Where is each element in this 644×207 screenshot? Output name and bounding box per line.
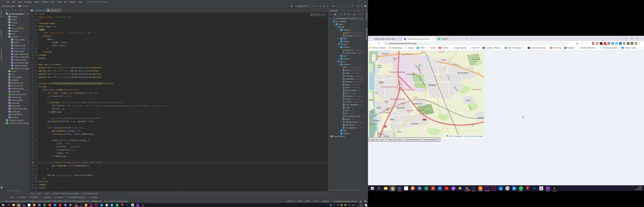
stripe-project[interactable]: ▤Project: [0, 10, 2, 18]
share-icon[interactable]: ↗: [581, 42, 583, 44]
taskbar-datagrip[interactable]: DG: [94, 203, 99, 207]
breadcrumb-item[interactable]: body: [37, 192, 41, 194]
project-tree-item[interactable]: PHPhandler.php: [3, 96, 29, 98]
taskbar-icons8[interactable]: [68, 203, 73, 207]
project-tree-item[interactable]: PHPdashboard.php: [3, 87, 29, 90]
menu-git[interactable]: Git: [63, 1, 68, 3]
taskbar-spotify[interactable]: ♪: [114, 203, 120, 207]
taskbar-photoshop[interactable]: Ps: [125, 203, 130, 207]
bookmark-item[interactable]: ▶YouTube: [439, 47, 448, 49]
db-tree-item[interactable]: ▾columns2: [328, 46, 365, 49]
leaflet-link[interactable]: Leaflet: [449, 135, 454, 137]
db-settings-icon[interactable]: ⚙: [358, 9, 359, 12]
db-jump-icon[interactable]: ➚: [361, 13, 363, 16]
project-tree-item[interactable]: Hfull-calendar.html: [3, 93, 29, 96]
expand-icon[interactable]: ⌖: [9, 9, 10, 11]
project-tree-item[interactable]: PHPhead.inc.php: [3, 47, 29, 50]
taskbar-remotedesk[interactable]: ▣: [109, 203, 114, 207]
menu-view[interactable]: View: [16, 1, 23, 3]
page-button-load-preferences[interactable]: #load-preferences: [422, 138, 440, 142]
menu-code[interactable]: Code: [33, 1, 40, 3]
taskbar-clickup[interactable]: ^: [403, 185, 410, 191]
taskbar-perfmon[interactable]: ▲: [130, 203, 135, 207]
settings-icon[interactable]: ⚙: [361, 5, 363, 7]
breadcrumb-item[interactable]: callback for $(document).ready(): [52, 192, 79, 194]
extension-icon[interactable]: ▲: [611, 42, 614, 45]
taskbar-word[interactable]: W: [37, 203, 42, 207]
db-collapse-icon[interactable]: ∓: [354, 9, 356, 12]
db-edit-icon[interactable]: ✎: [357, 13, 359, 16]
editor-tab-test-php[interactable]: PHPtest.php✕: [46, 8, 62, 12]
taskbar-filezilla[interactable]: Fz: [58, 203, 63, 207]
project-tree-item[interactable]: PHPlogin-scripts.inc.p: [3, 52, 29, 56]
taskbar-supremo[interactable]: S: [120, 203, 125, 207]
db-tree-item[interactable]: ▾columns2: [328, 28, 365, 32]
browser-tab[interactable]: Slocalhost/thuishulp-admin/test.p✕: [402, 37, 436, 41]
db-add-icon[interactable]: ＋: [330, 13, 332, 16]
project-tree-item[interactable]: .env: [3, 73, 29, 76]
status-php[interactable]: PHP: 8.1: [287, 200, 294, 202]
extension-icon[interactable]: ▣: [631, 42, 633, 45]
taskbar-mattermost[interactable]: ◯: [21, 203, 26, 207]
taskbar-icons8[interactable]: [457, 185, 464, 191]
breadcrumb-item[interactable]: script: [44, 192, 49, 194]
project-tree-item[interactable]: ▸functions: [3, 30, 29, 32]
db-tree-item[interactable]: ▸keys2: [328, 129, 365, 132]
locate-file-icon[interactable]: ▣: [6, 9, 7, 11]
bookmark-item[interactable]: Sfiveguard: [564, 47, 574, 49]
db-tree-item[interactable]: tFA_security_codevarch: [328, 115, 365, 118]
bookmark-item[interactable]: ⚳To All Aspiring Staff...: [600, 47, 618, 49]
db-tree-item[interactable]: firstnamevarchar(255): [328, 74, 365, 78]
project-tree-item[interactable]: PHPsidebar.inc.php: [3, 64, 29, 67]
taskbar-powerpoint[interactable]: P: [47, 203, 52, 207]
project-tree-item[interactable]: ▾thuishulp-adminE:\xam: [3, 12, 29, 15]
taskbar-word[interactable]: W: [416, 185, 423, 191]
db-tree-item[interactable]: user_authorizedint = 0: [328, 103, 365, 106]
bookmark-item[interactable]: ▲Beroeps Ambulanc...: [578, 47, 596, 49]
profiler-icon[interactable]: ◉: [324, 5, 325, 7]
project-tree-item[interactable]: ▸documentation: [3, 27, 29, 30]
taskbar-firefox[interactable]: [410, 185, 416, 191]
db-tree-item[interactable]: ▾columns22: [328, 63, 365, 66]
taskbar-steam[interactable]: ϟ: [78, 203, 84, 207]
db-tree-item[interactable]: ▾users: [328, 60, 365, 63]
db-disconnect-icon[interactable]: ⛁: [348, 13, 349, 16]
db-tree-item[interactable]: ▸keys2: [328, 54, 365, 57]
db-tree-item[interactable]: authorized_datevarcha: [328, 120, 365, 124]
project-tree-item[interactable]: External Libraries: [3, 119, 29, 122]
panel-settings-icon[interactable]: ⚙: [20, 9, 22, 11]
taskbar-mattermost[interactable]: ◯: [396, 185, 403, 191]
taskbar-vscode[interactable]: ◢: [497, 185, 504, 191]
db-table-icon[interactable]: ▦: [353, 13, 355, 16]
bookmark-item[interactable]: ▲ADS-B Exchange - t...: [505, 47, 524, 49]
project-tree-item[interactable]: PHPprofile.php: [3, 110, 29, 113]
db-tree-item[interactable]: ▾ss_homehelp: [328, 20, 365, 23]
db-duplicate-icon[interactable]: ▣: [334, 13, 336, 16]
run-config-select[interactable]: Current File▼: [296, 4, 311, 8]
taskbar-explorer[interactable]: [11, 203, 16, 207]
project-hscrollbar[interactable]: [7, 190, 20, 191]
forward-icon[interactable]: →: [372, 42, 376, 45]
extension-icon[interactable]: ♪: [619, 42, 622, 45]
stripe-notifications[interactable]: Notifications: [366, 28, 368, 40]
nav-file[interactable]: test.php: [22, 5, 28, 7]
taskbar-vscode[interactable]: ◢: [99, 203, 104, 207]
taskbar-github[interactable]: ●: [450, 185, 457, 191]
bookmark-item[interactable]: tTwitter: [417, 47, 425, 49]
taskbar-explorer[interactable]: [382, 185, 389, 191]
taskbar-logitech[interactable]: G: [140, 203, 146, 207]
taskbar-xampp[interactable]: X: [477, 185, 484, 191]
bookmark-item[interactable]: KaasHosting: [389, 47, 402, 49]
collapse-all-icon[interactable]: Ξ: [12, 9, 13, 11]
status-do-not-sync[interactable]: Do not sync (11 minutes ago): [104, 200, 127, 202]
search-everywhere-icon[interactable]: [357, 5, 359, 7]
location-icon[interactable]: ◉: [576, 42, 578, 44]
git-history-icon[interactable]: ◷: [348, 5, 350, 7]
page-button-save-preferences[interactable]: #save-preferences: [404, 138, 422, 142]
project-tree-item[interactable]: PHPlogout.php: [3, 104, 29, 107]
omnibox[interactable]: ⓘ localhost/thuishulp-admin/test.php: [383, 42, 568, 46]
reload-icon[interactable]: ⟳: [376, 42, 381, 45]
taskbar-clickup[interactable]: ^: [26, 203, 32, 207]
stripe-pull-requests[interactable]: ⇅Pull Requests: [0, 49, 2, 62]
taskbar-start[interactable]: [369, 185, 376, 191]
